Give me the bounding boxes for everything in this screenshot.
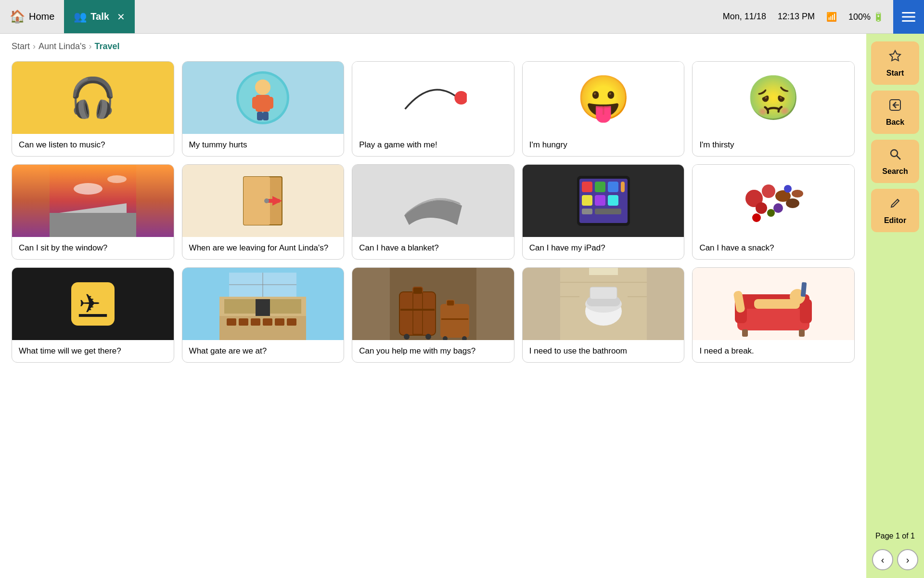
card-hungry-image: 😛 <box>523 62 684 134</box>
svg-rect-28 <box>595 195 605 206</box>
card-tummy[interactable]: My tummy hurts <box>182 61 345 157</box>
card-blanket-label: Can I have a blanket? <box>352 237 514 259</box>
card-leaving-label: When are we leaving for Aunt Linda's? <box>182 237 344 259</box>
svg-rect-25 <box>608 182 618 192</box>
sidebar: Start Back Search <box>866 34 924 578</box>
card-snack[interactable]: Can I have a snack? <box>692 164 855 260</box>
svg-rect-85 <box>742 329 748 337</box>
svg-rect-86 <box>799 329 805 337</box>
card-thirsty-label: I'm thirsty <box>693 134 854 156</box>
svg-rect-10 <box>263 112 269 120</box>
talk-label: Talk <box>90 11 109 22</box>
card-blanket[interactable]: Can I have a blanket? <box>352 164 514 260</box>
card-tummy-label: My tummy hurts <box>182 134 344 156</box>
main-area: Start › Aunt Linda's › Travel 🎧 Can we l… <box>0 34 924 578</box>
svg-rect-7 <box>252 97 258 109</box>
svg-rect-50 <box>251 318 260 326</box>
back-label: Back <box>886 118 904 127</box>
svg-rect-76 <box>590 287 617 299</box>
search-label: Search <box>882 167 908 176</box>
time-display: 12:13 PM <box>778 12 815 22</box>
card-grid: 🎧 Can we listen to music? <box>12 61 855 363</box>
svg-rect-27 <box>582 195 592 206</box>
svg-rect-57 <box>256 299 270 316</box>
svg-point-5 <box>255 79 270 95</box>
card-tummy-image <box>182 62 344 134</box>
breadcrumb-start[interactable]: Start <box>12 41 30 52</box>
home-icon: 🏠 <box>10 9 25 24</box>
page-info: Page 1 of 1 <box>875 532 915 540</box>
svg-rect-53 <box>287 318 296 326</box>
home-tab[interactable]: 🏠 Home <box>0 0 64 33</box>
talk-close-icon[interactable]: ✕ <box>117 11 125 23</box>
svg-point-67 <box>404 334 410 340</box>
card-ipad[interactable]: Can I have my iPad? <box>522 164 685 260</box>
svg-rect-43 <box>79 314 107 317</box>
card-ipad-image <box>523 165 684 237</box>
svg-rect-24 <box>595 182 605 192</box>
prev-page-button[interactable]: ‹ <box>872 549 893 570</box>
breadcrumb-aunt[interactable]: Aunt Linda's <box>38 41 86 52</box>
svg-line-95 <box>897 156 901 159</box>
svg-rect-31 <box>595 209 621 214</box>
card-gate[interactable]: What gate are we at? <box>182 267 345 363</box>
svg-point-15 <box>107 175 127 183</box>
card-game-label: Play a game with me! <box>352 134 514 156</box>
next-page-button[interactable]: › <box>897 549 918 570</box>
svg-rect-52 <box>275 318 284 326</box>
talk-tab[interactable]: 👥 Talk ✕ <box>64 0 135 33</box>
svg-point-37 <box>773 203 783 213</box>
card-thirsty-image: 🤢 <box>693 62 854 134</box>
card-music-image: 🎧 <box>12 62 174 134</box>
card-leaving[interactable]: When are we leaving for Aunt Linda's? <box>182 164 345 260</box>
svg-point-39 <box>792 190 803 197</box>
svg-point-41 <box>752 213 761 222</box>
menu-button[interactable] <box>893 0 924 34</box>
breadcrumb-travel[interactable]: Travel <box>95 41 120 52</box>
card-snack-image <box>693 165 854 237</box>
card-gate-label: What gate are we at? <box>182 340 344 362</box>
svg-rect-2 <box>902 20 915 22</box>
svg-rect-8 <box>268 97 273 109</box>
svg-point-36 <box>786 198 799 208</box>
svg-point-38 <box>784 185 792 193</box>
card-leaving-image <box>182 165 344 237</box>
card-break-image <box>693 268 854 340</box>
svg-rect-62 <box>400 309 435 311</box>
card-game[interactable]: Play a game with me! <box>352 61 514 157</box>
start-button[interactable]: Start <box>871 41 919 85</box>
home-label: Home <box>29 11 54 22</box>
card-time-label: What time will we get there? <box>12 340 174 362</box>
breadcrumb-sep-2: › <box>89 41 92 52</box>
svg-rect-66 <box>441 318 468 320</box>
back-icon <box>888 98 902 115</box>
card-break[interactable]: I need a break. <box>692 267 855 363</box>
date-display: Mon, 11/18 <box>723 12 766 22</box>
svg-line-96 <box>898 199 899 201</box>
topbar: 🏠 Home 👥 Talk ✕ Mon, 11/18 12:13 PM 📶 10… <box>0 0 924 34</box>
card-bathroom-image <box>523 268 684 340</box>
search-button[interactable]: Search <box>871 140 919 183</box>
card-bags[interactable]: Can you help me with my bags? <box>352 267 514 363</box>
svg-rect-64 <box>440 304 469 338</box>
card-thirsty[interactable]: 🤢 I'm thirsty <box>692 61 855 157</box>
svg-rect-9 <box>257 112 263 120</box>
back-button[interactable]: Back <box>871 91 919 134</box>
svg-rect-59 <box>399 292 436 335</box>
card-blanket-image <box>352 165 514 237</box>
svg-rect-72 <box>589 268 618 275</box>
card-hungry[interactable]: 😛 I'm hungry <box>522 61 685 157</box>
card-time[interactable]: ✈ What time will we get there? <box>12 267 174 363</box>
breadcrumb: Start › Aunt Linda's › Travel <box>12 41 855 52</box>
nav-buttons: ‹ › <box>872 549 918 570</box>
svg-rect-48 <box>227 318 236 326</box>
card-window[interactable]: Can I sit by the window? <box>12 164 174 260</box>
search-icon <box>888 147 902 164</box>
card-music[interactable]: 🎧 Can we listen to music? <box>12 61 174 157</box>
card-bathroom[interactable]: I need to use the bathroom <box>522 267 685 363</box>
svg-rect-0 <box>902 12 915 13</box>
svg-marker-91 <box>890 51 900 61</box>
editor-button[interactable]: Editor <box>871 189 919 232</box>
svg-text:✈: ✈ <box>79 289 101 318</box>
svg-rect-13 <box>50 213 136 237</box>
